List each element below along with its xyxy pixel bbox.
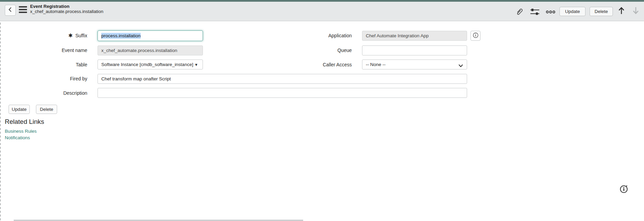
suffix-input[interactable]: process.installation (98, 30, 203, 41)
fired-by-value: Chef transform map onafter Script (101, 76, 171, 81)
page-subtitle: x_chef_automate.process.installation (30, 9, 103, 14)
arrow-up-icon (618, 6, 625, 16)
table-dropdown[interactable]: Software Instance [cmdb_software_instanc… (98, 60, 203, 69)
response-time-button[interactable] (619, 183, 629, 194)
suffix-selected-text: process.installation (101, 33, 141, 39)
queue-input[interactable] (362, 46, 467, 55)
bottom-section-edge (14, 220, 303, 221)
footer-update-button[interactable]: Update (9, 105, 30, 114)
more-options-button[interactable] (546, 8, 555, 17)
form-header-bar: Event Registration x_chef_automate.proce… (0, 2, 644, 21)
table-label: Table (14, 62, 87, 68)
suffix-label: ✱Suffix (14, 32, 87, 39)
attachment-button[interactable] (514, 8, 524, 17)
caller-access-select[interactable]: -- None -- (362, 60, 467, 69)
fired-by-label: Fired by (14, 76, 87, 82)
header-update-button[interactable]: Update (559, 7, 585, 16)
arrow-down-icon (632, 6, 640, 16)
description-input[interactable] (98, 88, 467, 98)
table-value: Software Instance [cmdb_software_instanc… (101, 62, 193, 67)
additional-actions-menu-icon[interactable] (19, 6, 27, 14)
stopwatch-icon (619, 189, 629, 195)
event-name-label: Event name (14, 47, 87, 53)
dropdown-arrow-icon: ▼ (194, 63, 198, 67)
footer-delete-button[interactable]: Delete (36, 105, 57, 114)
more-options-icon (546, 9, 555, 15)
pane-splitter[interactable] (0, 0, 1, 221)
caller-access-value: -- None -- (366, 62, 386, 67)
application-info-button[interactable] (471, 31, 480, 41)
application-field: Chef Automate Integration App (362, 31, 467, 41)
header-delete-button[interactable]: Delete (590, 7, 613, 16)
related-link-notifications[interactable]: Notifications (5, 135, 30, 140)
related-link-business-rules[interactable]: Business Rules (5, 129, 37, 134)
chevron-down-icon (459, 63, 463, 68)
back-button[interactable] (5, 5, 16, 16)
previous-record-button[interactable] (617, 6, 626, 16)
fired-by-input[interactable]: Chef transform map onafter Script (98, 74, 467, 84)
info-icon (473, 32, 479, 40)
required-asterisk-icon: ✱ (68, 32, 73, 38)
caller-access-label: Caller Access (284, 62, 352, 68)
related-links-heading: Related Links (5, 118, 44, 126)
chevron-left-icon (8, 7, 13, 14)
description-label: Description (14, 90, 87, 96)
page-title: Event Registration (30, 4, 103, 9)
queue-label: Queue (284, 47, 352, 53)
sliders-icon (530, 7, 540, 17)
next-record-button[interactable] (631, 6, 641, 16)
event-name-value: x_chef_automate.process.installation (101, 48, 177, 53)
page-title-block: Event Registration x_chef_automate.proce… (30, 4, 103, 14)
application-label: Application (284, 32, 352, 39)
personalize-form-button[interactable] (530, 8, 540, 17)
paperclip-icon (515, 7, 523, 17)
application-value: Chef Automate Integration App (366, 33, 429, 38)
event-name-field: x_chef_automate.process.installation (98, 46, 203, 55)
event-registration-form-page: Event Registration x_chef_automate.proce… (0, 0, 644, 221)
